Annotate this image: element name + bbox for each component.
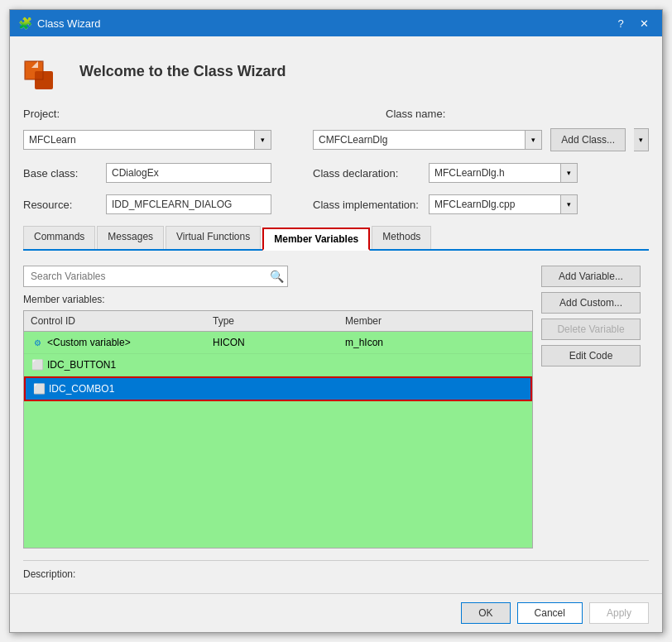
- cell-control-id: ⬜ IDC_BUTTON1: [24, 357, 206, 373]
- right-panel: Add Variable... Add Custom... Delete Var…: [541, 266, 649, 549]
- add-class-button[interactable]: Add Class...: [550, 128, 626, 151]
- combo1-label: IDC_COMBO1: [49, 383, 114, 395]
- add-custom-button[interactable]: Add Custom...: [541, 292, 641, 314]
- project-combo: ▾: [23, 130, 271, 150]
- cell-control-id: ⬜ IDC_COMBO1: [26, 381, 208, 397]
- project-section: Project:: [23, 108, 106, 120]
- dialog-icon: 🧩: [18, 17, 32, 30]
- cancel-button[interactable]: Cancel: [517, 602, 583, 624]
- resource-label: Resource:: [23, 199, 98, 211]
- description-section: Description:: [23, 560, 649, 580]
- cell-with-icon: ⬜ IDC_BUTTON1: [31, 358, 199, 371]
- header-title: Welcome to the Class Wizard: [79, 63, 286, 80]
- cell-type: [206, 363, 338, 367]
- baseclass-label: Base class:: [23, 167, 98, 180]
- classdecl-dropdown-btn[interactable]: ▾: [561, 163, 578, 183]
- col-header-control-id: Control ID: [24, 314, 206, 328]
- classname-label: Class name:: [386, 108, 468, 120]
- add-variable-button[interactable]: Add Variable...: [541, 266, 641, 287]
- button1-label: IDC_BUTTON1: [47, 359, 116, 371]
- tab-methods[interactable]: Methods: [372, 226, 431, 249]
- edit-code-button[interactable]: Edit Code: [541, 345, 641, 367]
- description-label: Description:: [23, 568, 75, 580]
- cell-with-icon: ⚙ <Custom variable>: [31, 336, 199, 349]
- table-row[interactable]: ⚙ <Custom variable> HICON m_hIcon: [24, 332, 532, 354]
- project-classname-row: Project: Class name:: [23, 108, 649, 120]
- header-section: Welcome to the Class Wizard: [23, 50, 649, 93]
- table-row[interactable]: ⬜ IDC_COMBO1: [24, 376, 532, 401]
- resource-row: Resource: Class implementation: ▾: [23, 194, 649, 214]
- classimpl-dropdown-btn[interactable]: ▾: [561, 194, 578, 214]
- title-bar-left: 🧩 Class Wizard: [18, 17, 101, 30]
- apply-button[interactable]: Apply: [589, 602, 649, 624]
- dialog-content: Welcome to the Class Wizard Project: Cla…: [10, 36, 662, 593]
- class-wizard-dialog: 🧩 Class Wizard ? ✕ Welcome to the Class …: [9, 9, 663, 633]
- project-input-row: ▾ ▾ Add Class... ▾: [23, 128, 649, 151]
- cell-member: [340, 387, 530, 390]
- search-variables-input[interactable]: [24, 269, 266, 284]
- control-icon: ⬜: [32, 382, 46, 395]
- cell-with-icon: ⬜ IDC_COMBO1: [32, 382, 201, 395]
- tab-member-variables[interactable]: Member Variables: [262, 228, 370, 251]
- control-icon: ⬜: [31, 358, 44, 371]
- tabs-container: Commands Messages Virtual Functions Memb…: [23, 226, 649, 251]
- classdecl-input[interactable]: [429, 163, 561, 183]
- search-button[interactable]: 🔍: [266, 266, 287, 287]
- tab-commands[interactable]: Commands: [23, 226, 95, 249]
- cell-type: HICON: [206, 335, 338, 350]
- table-row[interactable]: ⬜ IDC_BUTTON1: [24, 354, 532, 376]
- custom-var-icon: ⚙: [31, 336, 44, 349]
- classdecl-combo: ▾: [429, 163, 578, 183]
- variables-table: Control ID Type Member ⚙ <Custom variabl…: [23, 310, 533, 549]
- cell-member: m_hIcon: [338, 335, 532, 350]
- svg-rect-1: [35, 71, 53, 89]
- classname-input[interactable]: [313, 130, 526, 150]
- classname-combo: ▾: [313, 130, 542, 150]
- cell-control-id: ⚙ <Custom variable>: [24, 334, 206, 351]
- title-bar: 🧩 Class Wizard ? ✕: [10, 10, 662, 36]
- ok-button[interactable]: OK: [461, 602, 510, 624]
- resource-input[interactable]: [106, 194, 271, 214]
- classimpl-combo: ▾: [429, 194, 578, 214]
- title-bar-controls: ? ✕: [611, 13, 654, 33]
- col-header-type: Type: [206, 314, 338, 328]
- add-class-dropdown-btn[interactable]: ▾: [634, 128, 649, 151]
- close-button[interactable]: ✕: [634, 13, 654, 33]
- project-input[interactable]: [23, 130, 255, 150]
- tab-virtual-functions[interactable]: Virtual Functions: [166, 226, 261, 249]
- title-bar-title: Class Wizard: [37, 17, 101, 30]
- cell-type: [208, 387, 340, 390]
- baseclass-input[interactable]: [106, 163, 271, 183]
- table-header: Control ID Type Member: [24, 311, 532, 332]
- classname-section: Class name:: [386, 108, 649, 120]
- table-body: ⚙ <Custom variable> HICON m_hIcon: [24, 332, 532, 545]
- delete-variable-button[interactable]: Delete Variable: [541, 319, 641, 340]
- project-label: Project:: [23, 108, 106, 120]
- main-panel: 🔍 Member variables: Control ID Type Memb…: [23, 266, 649, 549]
- classdecl-label: Class declaration:: [313, 167, 420, 180]
- tab-messages[interactable]: Messages: [97, 226, 164, 249]
- col-header-member: Member: [338, 314, 532, 328]
- member-variables-label: Member variables:: [23, 294, 533, 305]
- classimpl-label: Class implementation:: [313, 199, 420, 211]
- project-dropdown-btn[interactable]: ▾: [255, 130, 271, 150]
- custom-var-label: <Custom variable>: [47, 337, 131, 348]
- help-button[interactable]: ?: [611, 13, 631, 33]
- classimpl-input[interactable]: [429, 194, 561, 214]
- search-bar: 🔍: [23, 266, 288, 287]
- classname-dropdown-btn[interactable]: ▾: [526, 130, 542, 150]
- left-panel: 🔍 Member variables: Control ID Type Memb…: [23, 266, 533, 549]
- logo-icon: [23, 50, 66, 93]
- baseclass-row: Base class: Class declaration: ▾: [23, 163, 649, 183]
- cell-member: [338, 363, 532, 367]
- footer: OK Cancel Apply: [10, 593, 662, 632]
